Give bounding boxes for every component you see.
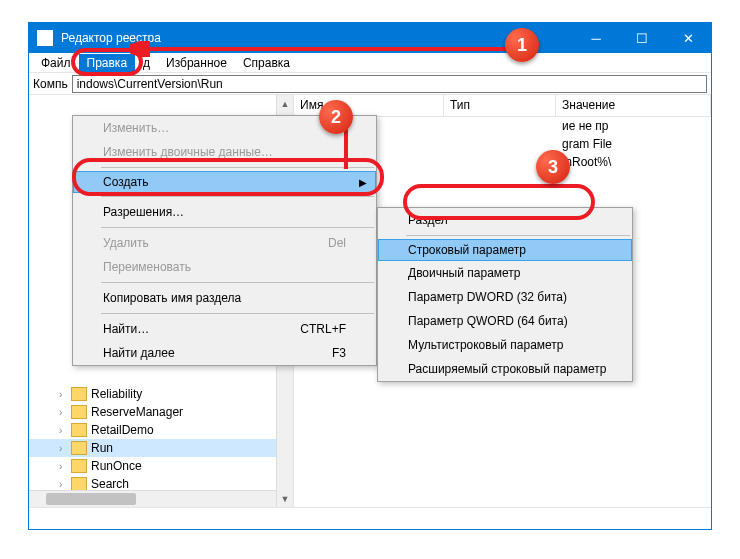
menu-new-string[interactable]: Строковый параметр (378, 239, 632, 261)
edit-dropdown: Изменить… Изменить двоичные данные… Созд… (72, 115, 377, 366)
tree-label: Search (91, 477, 129, 491)
tree-scrollbar-h[interactable] (29, 490, 276, 507)
tree-label: Run (91, 441, 113, 455)
menu-new[interactable]: Создать▶ (73, 171, 376, 193)
scroll-thumb-h[interactable] (46, 493, 136, 505)
tree-item-retaildemo[interactable]: ›RetailDemo (29, 421, 293, 439)
menu-new-expand[interactable]: Расширяемый строковый параметр (378, 357, 632, 381)
annotation-badge-2: 2 (319, 100, 353, 134)
chevron-right-icon: › (59, 407, 71, 418)
address-input[interactable] (72, 75, 707, 93)
folder-icon (71, 459, 87, 473)
scroll-up-icon[interactable]: ▲ (277, 95, 293, 112)
menu-find-next[interactable]: Найти далееF3 (73, 341, 376, 365)
tree-label: RunOnce (91, 459, 142, 473)
column-value[interactable]: Значение (556, 95, 711, 116)
folder-icon (71, 423, 87, 437)
chevron-right-icon: › (59, 461, 71, 472)
tree-label: ReserveManager (91, 405, 183, 419)
tree-item-reliability[interactable]: ›Reliability (29, 385, 293, 403)
list-header: Имя Тип Значение (294, 95, 711, 117)
folder-icon (71, 405, 87, 419)
submenu-arrow-icon: ▶ (359, 177, 367, 188)
minimize-button[interactable]: ─ (573, 23, 619, 53)
titlebar[interactable]: Редактор реестра ─ ☐ ✕ (29, 23, 711, 53)
chevron-right-icon: › (59, 425, 71, 436)
column-name[interactable]: Имя (294, 95, 444, 116)
folder-icon (71, 477, 87, 491)
maximize-button[interactable]: ☐ (619, 23, 665, 53)
annotation-badge-3: 3 (536, 150, 570, 184)
registry-editor-window: Редактор реестра ─ ☐ ✕ Файл Правка д Изб… (28, 22, 712, 530)
menu-modify-binary[interactable]: Изменить двоичные данные… (73, 140, 376, 164)
chevron-right-icon: › (59, 479, 71, 490)
folder-icon (71, 441, 87, 455)
tree-item-reservemanager[interactable]: ›ReserveManager (29, 403, 293, 421)
content-area: ›Reliability›ReserveManager›RetailDemo›R… (29, 95, 711, 507)
menu-find[interactable]: Найти…CTRL+F (73, 317, 376, 341)
tree-item-runonce[interactable]: ›RunOnce (29, 457, 293, 475)
tree-label: Reliability (91, 387, 142, 401)
menu-new-qword[interactable]: Параметр QWORD (64 бита) (378, 309, 632, 333)
tree-label: RetailDemo (91, 423, 154, 437)
scroll-down-icon[interactable]: ▼ (277, 490, 293, 507)
address-label: Компь (33, 77, 72, 91)
menu-new-multi[interactable]: Мультистроковый параметр (378, 333, 632, 357)
chevron-right-icon: › (59, 389, 71, 400)
menu-file[interactable]: Файл (33, 54, 79, 72)
menu-delete[interactable]: УдалитьDel (73, 231, 376, 255)
menu-rename[interactable]: Переименовать (73, 255, 376, 279)
app-icon (37, 30, 53, 46)
chevron-right-icon: › (59, 443, 71, 454)
folder-icon (71, 387, 87, 401)
statusbar (29, 507, 711, 529)
tree-item-run[interactable]: ›Run (29, 439, 293, 457)
menu-permissions[interactable]: Разрешения… (73, 200, 376, 224)
menu-edit[interactable]: Правка (79, 54, 136, 72)
annotation-badge-1: 1 (505, 28, 539, 62)
new-submenu: Раздел Строковый параметр Двоичный парам… (377, 207, 633, 382)
menu-favorites[interactable]: Избранное (158, 54, 235, 72)
menu-copy-key[interactable]: Копировать имя раздела (73, 286, 376, 310)
menubar: Файл Правка д Избранное Справка (29, 53, 711, 73)
address-bar: Компь (29, 73, 711, 95)
window-title: Редактор реестра (61, 31, 573, 45)
menu-new-binary[interactable]: Двоичный параметр (378, 261, 632, 285)
menu-view[interactable]: д (135, 54, 158, 72)
menu-help[interactable]: Справка (235, 54, 298, 72)
column-type[interactable]: Тип (444, 95, 556, 116)
close-button[interactable]: ✕ (665, 23, 711, 53)
menu-new-dword[interactable]: Параметр DWORD (32 бита) (378, 285, 632, 309)
menu-new-key[interactable]: Раздел (378, 208, 632, 232)
